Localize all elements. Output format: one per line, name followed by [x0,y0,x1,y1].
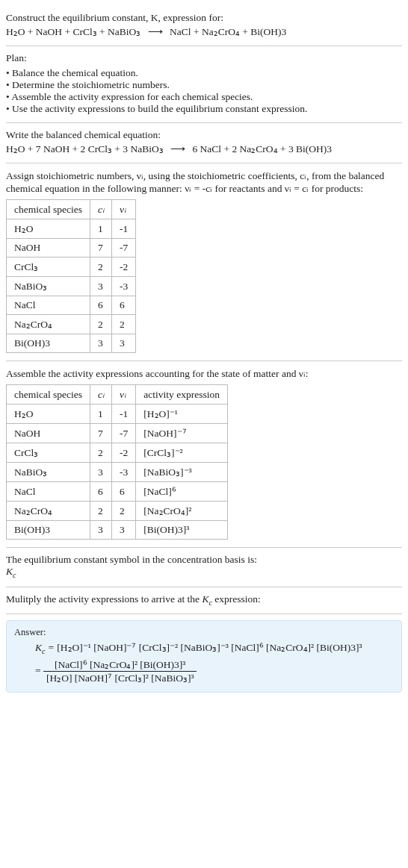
reaction-rhs: NaCl + Na₂CrO₄ + Bi(OH)3 [170,26,286,37]
cell-activity: [Bi(OH)3]³ [136,521,228,540]
table-row: NaCl66 [7,296,136,315]
table-header-row: chemical species cᵢ νᵢ activity expressi… [7,385,228,405]
cell-vi: -3 [112,277,136,296]
cell-ci: 6 [90,482,112,502]
col-activity: activity expression [136,385,228,405]
plan-item: Assemble the activity expression for eac… [6,91,402,103]
cell-species: NaOH [7,424,90,443]
col-vi: νᵢ [112,385,136,405]
kc-symbol-section: The equilibrium constant symbol in the c… [6,548,402,587]
cell-vi: -7 [112,239,136,257]
kc-denominator: [H₂O] [NaOH]⁷ [CrCl₃]² [NaBiO₃]³ [43,672,197,684]
plan-list: Balance the chemical equation. Determine… [6,67,402,115]
reaction-arrow-icon: ⟶ [166,143,190,154]
cell-vi: -1 [112,219,136,239]
plan-item: Determine the stoichiometric numbers. [6,79,402,91]
cell-vi: 6 [112,296,136,315]
cell-species: Na₂CrO₄ [7,315,90,334]
equals-sign: = [35,665,41,676]
activity-intro: Assemble the activity expressions accoun… [6,367,402,380]
activity-table: chemical species cᵢ νᵢ activity expressi… [6,384,228,540]
balanced-title: Write the balanced chemical equation: [6,129,402,141]
table-row: NaBiO₃3-3 [7,277,136,296]
cell-ci: 2 [90,443,112,463]
kc-equals: Kc = [35,642,57,653]
cell-vi: 3 [112,521,136,540]
table-row: NaOH7-7 [7,239,136,257]
cell-species: Na₂CrO₄ [7,502,90,521]
kc-product: [H₂O]⁻¹ [NaOH]⁻⁷ [CrCl₃]⁻² [NaBiO₃]⁻³ [N… [57,642,362,653]
cell-ci: 3 [90,277,112,296]
stoich-table: chemical species cᵢ νᵢ H₂O1-1 NaOH7-7 Cr… [6,199,136,353]
plan-title: Plan: [6,52,402,64]
table-row: Na₂CrO₄22[Na₂CrO₄]² [7,502,228,521]
table-row: H₂O1-1[H₂O]⁻¹ [7,405,228,424]
cell-species: Bi(OH)3 [7,521,90,540]
col-ci: cᵢ [90,200,112,219]
table-row: Bi(OH)333[Bi(OH)3]³ [7,521,228,540]
cell-ci: 6 [90,296,112,315]
cell-vi: 3 [112,334,136,353]
cell-species: NaBiO₃ [7,277,90,296]
cell-vi: 2 [112,502,136,521]
cell-species: NaBiO₃ [7,463,90,482]
cell-vi: -3 [112,463,136,482]
activity-section: Assemble the activity expressions accoun… [6,361,402,548]
cell-ci: 3 [90,521,112,540]
answer-label: Answer: [14,627,394,638]
cell-activity: [Na₂CrO₄]² [136,502,228,521]
table-row: NaOH7-7[NaOH]⁻⁷ [7,424,228,443]
cell-vi: 6 [112,482,136,502]
cell-ci: 2 [90,502,112,521]
col-vi: νᵢ [112,200,136,219]
answer-box: Answer: Kc = [H₂O]⁻¹ [NaOH]⁻⁷ [CrCl₃]⁻² … [6,620,402,693]
cell-vi: -2 [112,443,136,463]
cell-species: NaCl [7,296,90,315]
table-row: CrCl₃2-2 [7,257,136,277]
reaction-lhs: H₂O + NaOH + CrCl₃ + NaBiO₃ [6,26,140,37]
cell-ci: 2 [90,257,112,277]
kc-fraction-line: = [NaCl]⁶ [Na₂CrO₄]² [Bi(OH)3]³ [H₂O] [N… [14,658,394,684]
table-row: Bi(OH)333 [7,334,136,353]
table-row: NaCl66[NaCl]⁶ [7,482,228,502]
col-species: chemical species [7,385,90,405]
question-line1: Construct the equilibrium constant, K, e… [6,12,402,24]
plan-item: Balance the chemical equation. [6,67,402,79]
cell-ci: 7 [90,239,112,257]
plan-section: Plan: Balance the chemical equation. Det… [6,46,402,123]
kc-fraction: [NaCl]⁶ [Na₂CrO₄]² [Bi(OH)3]³ [H₂O] [NaO… [43,658,197,684]
col-species: chemical species [7,200,90,219]
cell-activity: [CrCl₃]⁻² [136,443,228,463]
cell-species: NaOH [7,239,90,257]
cell-activity: [NaCl]⁶ [136,482,228,502]
cell-ci: 1 [90,405,112,424]
cell-ci: 3 [90,334,112,353]
cell-species: CrCl₃ [7,257,90,277]
cell-ci: 7 [90,424,112,443]
cell-species: H₂O [7,405,90,424]
table-header-row: chemical species cᵢ νᵢ [7,200,136,219]
cell-species: NaCl [7,482,90,502]
reaction-arrow-icon: ⟶ [143,26,167,37]
multiply-section: Mulitply the activity expressions to arr… [6,587,402,615]
table-row: NaBiO₃3-3[NaBiO₃]⁻³ [7,463,228,482]
col-ci: cᵢ [90,385,112,405]
cell-species: CrCl₃ [7,443,90,463]
cell-ci: 1 [90,219,112,239]
table-row: H₂O1-1 [7,219,136,239]
question-section: Construct the equilibrium constant, K, e… [6,6,402,46]
stoich-intro: Assign stoichiometric numbers, νᵢ, using… [6,169,402,195]
cell-vi: -1 [112,405,136,424]
cell-vi: -2 [112,257,136,277]
unbalanced-equation: H₂O + NaOH + CrCl₃ + NaBiO₃ ⟶ NaCl + Na₂… [6,25,402,38]
cell-species: H₂O [7,219,90,239]
cell-vi: 2 [112,315,136,334]
question-text: Construct the equilibrium constant, K, e… [6,12,223,23]
kc-symbol-intro: The equilibrium constant symbol in the c… [6,554,402,566]
cell-ci: 3 [90,463,112,482]
cell-activity: [NaBiO₃]⁻³ [136,463,228,482]
stoich-section: Assign stoichiometric numbers, νᵢ, using… [6,163,402,361]
kc-symbol: Kc [6,566,402,579]
balanced-section: Write the balanced chemical equation: H₂… [6,123,402,163]
kc-numerator: [NaCl]⁶ [Na₂CrO₄]² [Bi(OH)3]³ [43,658,197,672]
